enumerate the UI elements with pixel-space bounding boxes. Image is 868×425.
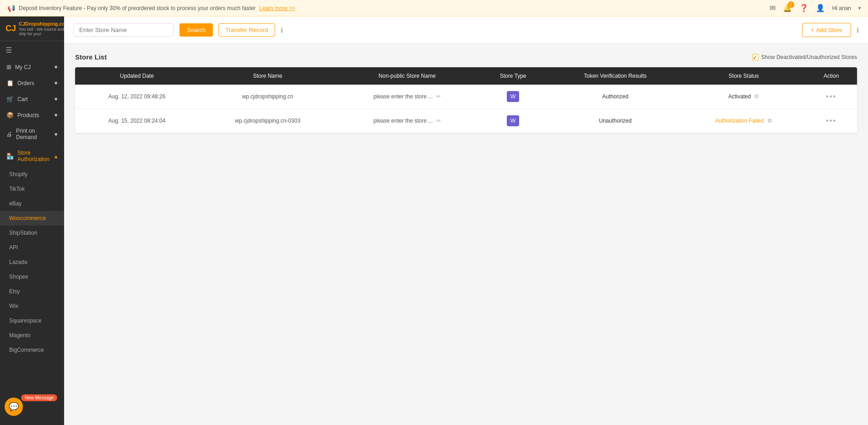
store-table: Updated Date Store Name Non-public Store… — [75, 67, 857, 133]
orders-label: Orders — [17, 80, 34, 86]
sidebar-item-orders[interactable]: 📋 Orders ▾ — [0, 75, 64, 91]
chat-icon: 💬 — [9, 402, 19, 412]
gear-icon[interactable]: ⚙ — [767, 118, 772, 124]
transfer-record-button[interactable]: Transfer Record — [218, 23, 275, 37]
col-store-status: Store Status — [682, 67, 805, 85]
sidebar-item-store-authorization[interactable]: 🏪 Store Authorization ▴ — [0, 145, 64, 167]
col-token-result: Token Verification Results — [548, 67, 682, 85]
toolbar: Search Transfer Record ℹ + Add Store ℹ — [64, 16, 868, 44]
edit-icon[interactable]: ✏ — [436, 118, 441, 124]
col-non-public-name: Non-public Store Name — [336, 67, 477, 85]
sidebar-item-my-cj[interactable]: ⊞ My CJ ▾ — [0, 59, 64, 75]
banner-text: Deposit Inventory Feature - Pay only 30%… — [19, 5, 256, 11]
user-avatar: 👤 — [816, 4, 825, 12]
add-icon: + — [811, 27, 814, 33]
chevron-icon: ▾ — [54, 131, 58, 138]
main-content: Search Transfer Record ℹ + Add Store ℹ S… — [64, 16, 868, 425]
store-auth-label: Store Authorization — [17, 150, 54, 162]
my-cj-label: My CJ — [15, 64, 31, 70]
products-label: Products — [17, 112, 39, 118]
new-message-badge[interactable]: New Message — [21, 394, 57, 401]
deactivated-checkbox[interactable]: ✓ — [752, 54, 759, 60]
orders-icon: 📋 — [6, 80, 14, 86]
sidebar-logo: CJ CJDropshipping.com You sell - We sour… — [0, 16, 64, 41]
logo-icon: CJ — [5, 24, 16, 33]
search-button[interactable]: Search — [179, 23, 213, 37]
sidebar-sub-item-ebay[interactable]: eBay — [0, 196, 64, 211]
logo-text: CJDropshipping.com — [19, 21, 64, 27]
sidebar-sub-item-etsy[interactable]: Etsy — [0, 284, 64, 299]
status-label: Activated — [728, 93, 751, 100]
logo-sub: You sell - We source and ship for you! — [19, 27, 64, 36]
sidebar-sub-item-wix[interactable]: Wix — [0, 299, 64, 313]
store-list-header: Store List ✓ Show Deactivated/Unauthoriz… — [75, 53, 857, 61]
cell-token-result: Authorized — [548, 85, 682, 109]
col-action: Action — [805, 67, 857, 85]
cell-token-result: Unauthorized — [548, 109, 682, 133]
edit-icon[interactable]: ✏ — [436, 93, 441, 100]
gear-icon[interactable]: ⚙ — [754, 93, 759, 100]
username-label: Hi anan — [832, 5, 851, 11]
email-icon[interactable]: ✉ — [770, 4, 776, 12]
content-area: Store List ✓ Show Deactivated/Unauthoriz… — [64, 44, 868, 425]
woocommerce-icon: W — [510, 93, 515, 100]
show-deactivated-toggle[interactable]: ✓ Show Deactivated/Unauthorized Stores — [752, 54, 857, 60]
header-actions: ✉ 🔔 2 ❓ 👤 Hi anan ▾ — [770, 4, 861, 12]
sidebar-sub-item-shopify[interactable]: Shopify — [0, 167, 64, 182]
chevron-icon: ▾ — [54, 112, 58, 118]
cell-store-name: wp.cjdropshipping.cn — [199, 85, 336, 109]
speaker-icon: 📢 — [7, 5, 15, 12]
status-label: Authorization Failed — [715, 118, 764, 124]
store-auth-icon: 🏪 — [6, 153, 14, 160]
sidebar-item-print-on-demand[interactable]: 🖨 Print on Demand ▾ — [0, 123, 64, 145]
menu-toggle[interactable]: ☰ — [0, 41, 64, 59]
cell-action: ••• — [805, 85, 857, 109]
store-type-badge: W — [507, 91, 519, 102]
sidebar-sub-item-tiktok[interactable]: TikTok — [0, 182, 64, 196]
cart-icon: 🛒 — [6, 96, 14, 102]
store-type-badge: W — [507, 115, 519, 126]
add-store-button[interactable]: + Add Store — [802, 23, 851, 37]
table-row: Aug. 12, 2022 09:48:26 wp.cjdropshipping… — [75, 85, 857, 109]
sidebar-item-cart[interactable]: 🛒 Cart ▾ — [0, 91, 64, 107]
chevron-icon: ▾ — [54, 96, 58, 102]
cell-store-type: W — [477, 85, 548, 109]
more-actions-button[interactable]: ••• — [826, 92, 836, 100]
help-icon[interactable]: ❓ — [799, 4, 808, 12]
notification-count: 2 — [788, 1, 794, 8]
cell-store-status: Activated ⚙ — [682, 85, 805, 109]
sidebar-item-products[interactable]: 📦 Products ▾ — [0, 107, 64, 123]
col-store-name: Store Name — [199, 67, 336, 85]
show-deactivated-label: Show Deactivated/Unauthorized Stores — [761, 54, 857, 60]
sidebar-sub-item-bigcommerce[interactable]: BigCommerce — [0, 343, 64, 357]
top-banner: 📢 Deposit Inventory Feature - Pay only 3… — [0, 0, 868, 16]
table-row: Aug. 15, 2022 08:24:04 wp.cjdropshipping… — [75, 109, 857, 133]
add-store-info-icon[interactable]: ℹ — [857, 27, 859, 34]
banner-content: 📢 Deposit Inventory Feature - Pay only 3… — [7, 5, 295, 12]
chat-widget[interactable]: 💬 — [5, 398, 23, 416]
learn-more-link[interactable]: Learn more >> — [260, 5, 296, 11]
chevron-down-icon[interactable]: ▾ — [858, 5, 861, 11]
store-list-title: Store List — [75, 53, 107, 61]
sidebar-sub-item-lazada[interactable]: Lazada — [0, 255, 64, 269]
chevron-icon: ▾ — [54, 80, 58, 86]
info-icon[interactable]: ℹ — [281, 27, 283, 34]
cell-store-status: Authorization Failed ⚙ — [682, 109, 805, 133]
sidebar-sub-item-shipstation[interactable]: ShipStation — [0, 226, 64, 240]
sidebar-sub-item-magento[interactable]: Magento — [0, 328, 64, 343]
sidebar-sub-item-api[interactable]: API — [0, 240, 64, 255]
notification-bell[interactable]: 🔔 2 — [783, 4, 792, 12]
cell-updated-date: Aug. 15, 2022 08:24:04 — [75, 109, 199, 133]
sidebar-sub-item-shopee[interactable]: Shopee — [0, 269, 64, 284]
chevron-up-icon: ▴ — [54, 153, 58, 160]
sidebar-sub-item-squarespace[interactable]: Squarespace — [0, 313, 64, 328]
search-input[interactable] — [73, 23, 174, 37]
sidebar: CJ CJDropshipping.com You sell - We sour… — [0, 16, 64, 425]
products-icon: 📦 — [6, 112, 14, 118]
sidebar-sub-item-woocommerce[interactable]: Woocommerce — [0, 211, 64, 226]
woocommerce-icon: W — [510, 118, 515, 124]
cell-action: ••• — [805, 109, 857, 133]
more-actions-button[interactable]: ••• — [826, 117, 836, 124]
col-updated-date: Updated Date — [75, 67, 199, 85]
cell-non-public-name: please enter the store ... ✏ — [336, 85, 477, 109]
